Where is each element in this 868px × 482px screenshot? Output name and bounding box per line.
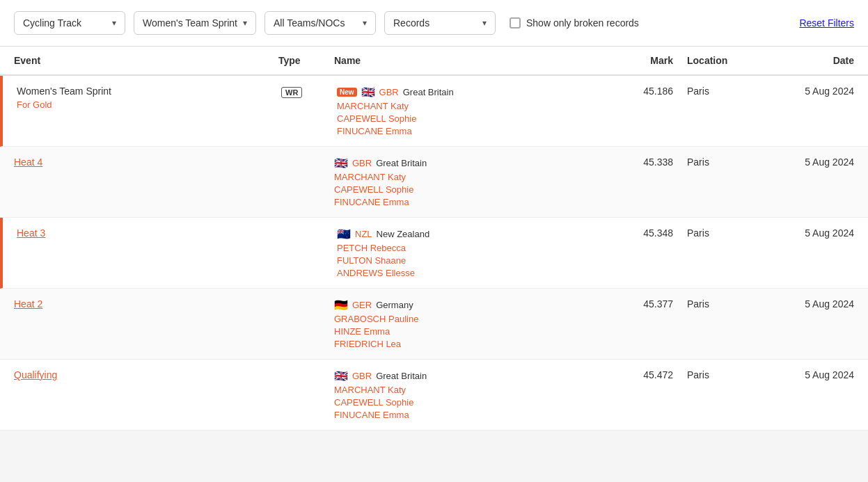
sport-dropdown-arrow: ▾	[112, 18, 116, 28]
table-row: Heat 4🇬🇧GBR Great BritainMARCHANT KatyCA…	[0, 147, 868, 218]
athlete-name: CAPEWELL Sophie	[337, 113, 603, 124]
event-cell: Women's Team SprintFor Gold	[17, 86, 281, 110]
athlete-name: FULTON Shaane	[337, 255, 603, 266]
country-flag: 🇬🇧	[361, 86, 375, 99]
mark-cell: 45.348	[603, 227, 687, 239]
event-cell: Heat 2	[14, 298, 278, 310]
team-dropdown[interactable]: All Teams/NOCs ▾	[265, 11, 376, 35]
location-cell: Paris	[687, 86, 743, 97]
athlete-name: CAPEWELL Sophie	[334, 397, 603, 408]
team-dropdown-arrow: ▾	[363, 18, 367, 28]
event-sub: For Gold	[17, 99, 281, 110]
event-link[interactable]: Qualifying	[14, 369, 278, 380]
athlete-name: MARCHANT Katy	[337, 101, 603, 111]
location-cell: Paris	[687, 227, 743, 239]
new-badge: New	[337, 88, 357, 97]
header-type: Type	[278, 55, 334, 66]
country-code: GBR	[379, 87, 399, 97]
country-flag: 🇬🇧	[334, 369, 348, 383]
sport-dropdown-label: Cycling Track	[23, 17, 81, 29]
event-link[interactable]: Heat 4	[14, 156, 278, 168]
location-cell: Paris	[687, 369, 743, 380]
athlete-name: GRABOSCH Pauline	[334, 314, 603, 324]
athlete-name: MARCHANT Katy	[334, 385, 603, 395]
show-broken-filter[interactable]: Show only broken records	[510, 17, 639, 29]
athlete-name: FINUCANE Emma	[337, 126, 603, 136]
name-cell: 🇳🇿NZL New ZealandPETCH RebeccaFULTON Sha…	[337, 227, 603, 278]
event-cell: Heat 4	[14, 156, 278, 168]
athlete-name: CAPEWELL Sophie	[334, 184, 603, 195]
type-dropdown-label: Records	[393, 17, 429, 29]
type-cell	[278, 156, 334, 158]
athlete-name: FRIEDRICH Lea	[334, 339, 603, 349]
results-table: Event Type Name Mark Location Date Women…	[0, 47, 868, 431]
country-row: 🇩🇪GER Germany	[334, 298, 603, 312]
name-cell: New🇬🇧GBR Great BritainMARCHANT KatyCAPEW…	[337, 86, 603, 136]
name-cell: 🇩🇪GER GermanyGRABOSCH PaulineHINZE EmmaF…	[334, 298, 603, 349]
athlete-name: MARCHANT Katy	[334, 172, 603, 182]
name-cell: 🇬🇧GBR Great BritainMARCHANT KatyCAPEWELL…	[334, 156, 603, 207]
event-name: Women's Team Sprint	[17, 86, 281, 97]
table-header: Event Type Name Mark Location Date	[0, 47, 868, 76]
country-code: GBR	[352, 371, 372, 381]
event-dropdown[interactable]: Women's Team Sprint ▾	[134, 11, 256, 35]
name-cell: 🇬🇧GBR Great BritainMARCHANT KatyCAPEWELL…	[334, 369, 603, 420]
country-row: 🇬🇧GBR Great Britain	[334, 156, 603, 170]
country-flag: 🇳🇿	[337, 227, 351, 241]
date-cell: 5 Aug 2024	[743, 369, 854, 380]
country-name: Great Britain	[403, 87, 454, 97]
athlete-name: ANDREWS Ellesse	[337, 268, 603, 278]
athlete-name: FINUCANE Emma	[334, 197, 603, 207]
country-name: Germany	[376, 300, 413, 310]
filter-bar: Cycling Track ▾ Women's Team Sprint ▾ Al…	[0, 0, 868, 47]
event-link[interactable]: Heat 2	[14, 298, 278, 310]
show-broken-checkbox[interactable]	[510, 17, 521, 29]
mark-cell: 45.186	[603, 86, 687, 97]
table-row: Heat 2🇩🇪GER GermanyGRABOSCH PaulineHINZE…	[0, 289, 868, 360]
athlete-name: PETCH Rebecca	[337, 243, 603, 253]
type-dropdown-arrow: ▾	[482, 18, 487, 28]
event-link[interactable]: Heat 3	[17, 227, 281, 239]
athlete-name: FINUCANE Emma	[334, 410, 603, 420]
table-row: Qualifying🇬🇧GBR Great BritainMARCHANT Ka…	[0, 360, 868, 431]
table-row: Women's Team SprintFor GoldWRNew🇬🇧GBR Gr…	[0, 76, 868, 147]
team-dropdown-label: All Teams/NOCs	[274, 17, 345, 29]
event-dropdown-arrow: ▾	[243, 18, 247, 28]
type-dropdown[interactable]: Records ▾	[384, 11, 496, 35]
event-cell: Qualifying	[14, 369, 278, 380]
date-cell: 5 Aug 2024	[743, 298, 854, 310]
type-cell	[278, 369, 334, 371]
event-cell: Heat 3	[17, 227, 281, 239]
location-cell: Paris	[687, 298, 743, 310]
type-cell	[281, 227, 337, 229]
table-row: Heat 3🇳🇿NZL New ZealandPETCH RebeccaFULT…	[0, 218, 868, 289]
country-row: 🇬🇧GBR Great Britain	[334, 369, 603, 383]
type-cell: WR	[281, 86, 337, 98]
country-name: Great Britain	[376, 158, 427, 168]
date-cell: 5 Aug 2024	[743, 86, 854, 97]
type-cell	[278, 298, 334, 300]
header-mark: Mark	[603, 55, 687, 66]
header-event: Event	[14, 55, 278, 66]
country-row: New🇬🇧GBR Great Britain	[337, 86, 603, 99]
mark-cell: 45.338	[603, 156, 687, 168]
show-broken-text: Show only broken records	[526, 17, 639, 29]
country-code: NZL	[355, 229, 372, 239]
mark-cell: 45.472	[603, 369, 687, 380]
date-cell: 5 Aug 2024	[743, 156, 854, 168]
event-dropdown-label: Women's Team Sprint	[143, 17, 237, 29]
country-name: New Zealand	[377, 229, 430, 239]
sport-dropdown[interactable]: Cycling Track ▾	[14, 11, 125, 35]
country-flag: 🇬🇧	[334, 156, 348, 170]
header-location: Location	[687, 55, 743, 66]
reset-filters-button[interactable]: Reset Filters	[799, 17, 854, 29]
country-name: Great Britain	[376, 371, 427, 381]
wr-badge: WR	[281, 87, 302, 98]
header-name: Name	[334, 55, 603, 66]
country-flag: 🇩🇪	[334, 298, 348, 312]
country-code: GBR	[352, 158, 372, 168]
athlete-name: HINZE Emma	[334, 326, 603, 337]
date-cell: 5 Aug 2024	[743, 227, 854, 239]
table-body: Women's Team SprintFor GoldWRNew🇬🇧GBR Gr…	[0, 76, 868, 431]
mark-cell: 45.377	[603, 298, 687, 310]
